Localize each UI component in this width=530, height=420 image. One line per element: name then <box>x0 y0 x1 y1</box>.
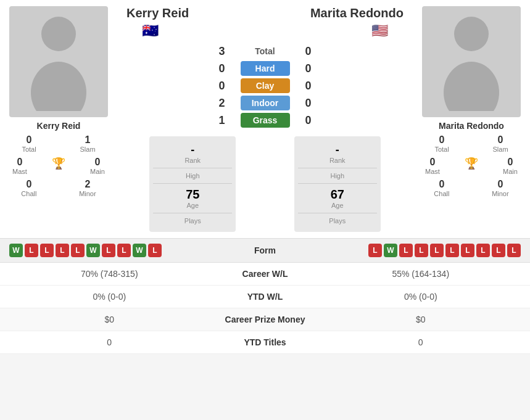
left-mast-cell: 0 Mast <box>12 157 27 175</box>
left-main-label: Main <box>90 168 105 175</box>
right-form-badge: L <box>476 244 490 257</box>
titles-row: 0 YTD Titles 0 <box>0 331 530 354</box>
left-player-card: Kerry Reid 0 Total 1 Slam 0 Mast 🏆 <box>0 6 117 232</box>
right-player-avatar <box>422 6 521 117</box>
career-wl-right: 55% (164-134) <box>321 269 521 279</box>
left-age-val: 75 <box>186 187 199 202</box>
right-mast-value: 0 <box>430 157 436 168</box>
right-age-label: Age <box>331 202 344 209</box>
left-minor-value: 2 <box>85 179 90 190</box>
right-rank-val: - <box>336 144 339 157</box>
right-player-name-center: Marita Redondo <box>310 6 404 20</box>
right-plays-label: Plays <box>329 217 346 224</box>
left-slam-cell: 1 Slam <box>80 134 96 153</box>
clay-left-score: 0 <box>210 80 234 93</box>
indoor-right-score: 0 <box>296 97 321 110</box>
left-form-badge: L <box>117 244 131 257</box>
right-minor-label: Minor <box>492 190 509 197</box>
career-wl-left: 70% (748-315) <box>9 269 210 279</box>
ytd-wl-left: 0% (0-0) <box>9 292 210 302</box>
career-stats-section: 70% (748-315) Career W/L 55% (164-134) 0… <box>0 262 530 354</box>
left-form-badge: L <box>25 244 38 257</box>
right-form-badge: L <box>507 244 521 257</box>
left-chall-cell: 0 Chall <box>21 179 36 197</box>
prize-right: $0 <box>321 315 521 324</box>
grass-label: Grass <box>241 113 290 128</box>
right-form-badge: L <box>492 244 505 257</box>
right-stats-row3: 0 Chall 0 Minor <box>413 179 530 197</box>
right-chall-cell: 0 Chall <box>434 179 449 197</box>
left-total-value: 0 <box>27 134 32 146</box>
left-total-label: Total <box>22 146 36 153</box>
total-left-score: 3 <box>210 45 234 58</box>
hard-label: Hard <box>241 61 290 76</box>
right-main-value: 0 <box>508 157 513 168</box>
left-plays-label: Plays <box>184 217 201 224</box>
right-main-label: Main <box>503 168 518 175</box>
left-form-badge: L <box>71 244 85 257</box>
titles-right: 0 <box>321 337 521 347</box>
right-form-badge: L <box>445 244 459 257</box>
left-form-badges: WLLLLWLLWL <box>9 244 228 257</box>
total-right-score: 0 <box>296 45 321 58</box>
right-total-value: 0 <box>439 134 445 146</box>
left-age-label: Age <box>186 202 199 209</box>
right-age-val: 67 <box>331 187 344 202</box>
form-label: Form <box>228 245 302 255</box>
right-main-cell: 0 Main <box>503 157 518 175</box>
career-wl-label: Career W/L <box>210 269 321 279</box>
svg-point-0 <box>41 17 76 51</box>
grass-right-score: 0 <box>296 114 321 127</box>
left-chall-label: Chall <box>21 190 36 197</box>
right-form-badge: L <box>415 244 428 257</box>
right-stats-row: 0 Total 0 Slam <box>413 134 530 153</box>
right-form-badge: L <box>399 244 413 257</box>
left-chall-value: 0 <box>26 179 31 190</box>
clay-right-score: 0 <box>296 80 321 93</box>
left-flag: 🇦🇺 <box>142 23 159 39</box>
right-minor-value: 0 <box>497 179 503 190</box>
left-trophy-icon: 🏆 <box>52 157 65 170</box>
left-info-panel: - Rank High 75 Age Plays <box>149 136 236 232</box>
left-player-name: Kerry Reid <box>37 121 81 131</box>
players-section: Kerry Reid 0 Total 1 Slam 0 Mast 🏆 <box>0 0 530 238</box>
hard-row: 0 Hard 0 <box>123 61 407 76</box>
main-container: Kerry Reid 0 Total 1 Slam 0 Mast 🏆 <box>0 0 530 354</box>
left-stats-row2: 0 Mast 🏆 0 Main <box>0 157 117 175</box>
left-stats-row3: 0 Chall 2 Minor <box>0 179 117 197</box>
prize-label: Career Prize Money <box>210 315 321 324</box>
right-player-name: Marita Redondo <box>439 121 504 131</box>
right-player-card: Marita Redondo 0 Total 0 Slam 0 Mast 🏆 <box>413 6 530 232</box>
right-form-badges: LWLLLLLLLL <box>302 244 521 257</box>
right-trophy-icon: 🏆 <box>465 157 478 170</box>
left-minor-label: Minor <box>79 190 96 197</box>
right-trophy-cell: 🏆 <box>465 157 478 175</box>
left-rank-label: Rank <box>184 157 201 164</box>
right-form-badge: L <box>368 244 382 257</box>
right-slam-value: 0 <box>498 134 503 146</box>
left-slam-label: Slam <box>80 146 96 153</box>
right-form-badge: L <box>461 244 474 257</box>
right-high-label: High <box>330 172 344 179</box>
indoor-left-score: 2 <box>210 97 234 110</box>
left-form-badge: W <box>9 244 23 257</box>
right-stats-row2: 0 Mast 🏆 0 Main <box>413 157 530 175</box>
titles-left: 0 <box>9 337 210 347</box>
left-form-badge: L <box>56 244 69 257</box>
right-mast-cell: 0 Mast <box>425 157 440 175</box>
left-main-cell: 0 Main <box>90 157 105 175</box>
total-row: 3 Total 0 <box>123 44 407 59</box>
right-mast-label: Mast <box>425 168 440 175</box>
right-chall-value: 0 <box>439 179 444 190</box>
right-total-label: Total <box>434 146 449 153</box>
clay-label: Clay <box>241 78 290 93</box>
right-total-cell: 0 Total <box>434 134 449 153</box>
left-player-avatar <box>9 6 108 117</box>
prize-left: $0 <box>9 315 210 324</box>
right-slam-label: Slam <box>493 146 508 153</box>
left-slam-value: 1 <box>85 134 91 146</box>
left-total-cell: 0 Total <box>22 134 36 153</box>
svg-point-2 <box>454 17 489 51</box>
svg-point-1 <box>31 62 86 111</box>
left-minor-cell: 2 Minor <box>79 179 96 197</box>
